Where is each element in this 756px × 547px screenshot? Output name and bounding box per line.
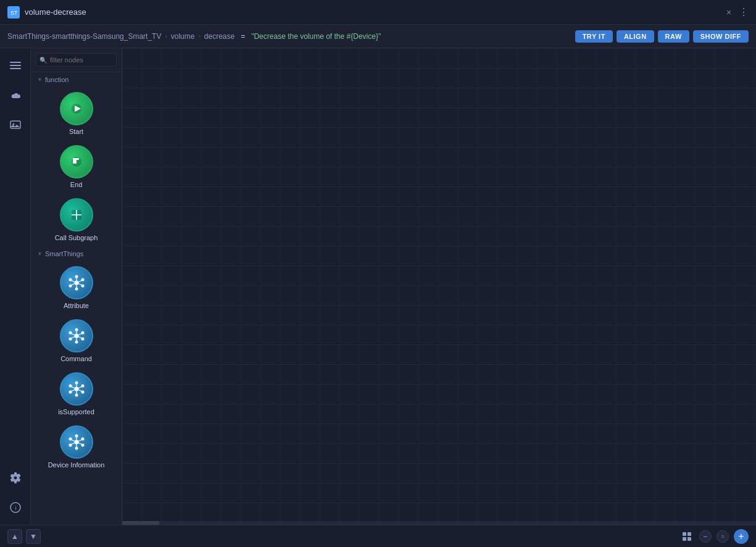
section-arrow-function: ▼: [37, 77, 43, 83]
zoom-reset-button[interactable]: ○: [717, 530, 729, 543]
sidebar-image-button[interactable]: [6, 115, 25, 135]
circle-icon: ○: [721, 533, 725, 540]
search-icon: 🔍: [39, 57, 47, 64]
svg-point-32: [75, 341, 78, 344]
node-circle-issupported: [60, 372, 93, 406]
svg-rect-69: [683, 532, 686, 536]
scroll-down-button[interactable]: ▼: [26, 529, 41, 544]
svg-text:ST: ST: [10, 10, 18, 16]
section-label-smartthings: SmartThings: [45, 250, 83, 257]
add-node-button[interactable]: +: [734, 529, 749, 544]
zoom-out-button[interactable]: −: [699, 530, 712, 543]
node-attribute[interactable]: Attribute: [31, 261, 122, 314]
svg-point-59: [69, 438, 72, 441]
bottom-bar-left: ▲ ▼: [7, 529, 41, 544]
sidebar-settings-button[interactable]: [6, 468, 25, 488]
svg-rect-12: [73, 158, 79, 160]
svg-rect-70: [687, 532, 691, 536]
svg-point-31: [75, 328, 78, 332]
menu-button[interactable]: ⋮: [739, 6, 749, 18]
bottom-bar: ▲ ▼ − ○ +: [0, 525, 756, 547]
node-circle-call-subgraph: [60, 198, 93, 232]
breadcrumb-path-2[interactable]: volume: [171, 32, 195, 41]
svg-point-33: [69, 332, 72, 335]
canvas[interactable]: [122, 48, 756, 525]
bottom-bar-right: − ○ +: [679, 529, 749, 544]
scrollbar-horizontal[interactable]: [122, 521, 756, 525]
svg-rect-72: [687, 537, 691, 541]
sidebar-cloud-button[interactable]: [6, 85, 25, 105]
svg-point-60: [81, 438, 84, 441]
node-label-attribute: Attribute: [64, 302, 89, 309]
breadcrumb-actions: TRY IT ALIGN RAW SHOW DIFF: [575, 30, 749, 43]
node-list: ▼ function Start: [31, 72, 122, 525]
close-button[interactable]: ×: [724, 7, 734, 17]
raw-button[interactable]: RAW: [658, 30, 689, 43]
svg-rect-71: [683, 537, 686, 541]
node-circle-device-information: [60, 425, 93, 459]
scrollbar-thumb[interactable]: [122, 521, 159, 525]
node-circle-command: [60, 319, 93, 353]
node-circle-start: [60, 92, 93, 125]
align-button[interactable]: ALIGN: [617, 30, 654, 43]
breadcrumb-arrow-1: ›: [165, 33, 167, 40]
svg-point-46: [69, 385, 72, 388]
svg-rect-13: [73, 160, 77, 164]
svg-point-18: [75, 275, 78, 278]
node-circle-end: [60, 145, 93, 178]
sidebar-menu-button[interactable]: [6, 56, 25, 75]
down-arrow-icon: ▼: [30, 532, 37, 541]
node-label-command: Command: [60, 355, 92, 362]
svg-point-45: [75, 394, 78, 397]
node-command[interactable]: Command: [31, 314, 122, 367]
svg-rect-2: [10, 62, 21, 63]
title-bar: ST volume-decrease × ⋮: [0, 0, 756, 25]
node-label-end: End: [70, 181, 83, 188]
svg-point-57: [75, 435, 78, 438]
breadcrumb-path-1[interactable]: SmartThings-smartthings-Samsung_Smart_TV: [7, 32, 161, 41]
svg-point-23: [81, 285, 84, 288]
section-label-function: function: [45, 76, 69, 83]
icon-sidebar: i: [0, 48, 31, 525]
node-end[interactable]: End: [31, 140, 122, 193]
svg-rect-3: [10, 65, 21, 66]
breadcrumb-path-3[interactable]: decrease: [204, 32, 235, 41]
minus-icon: −: [703, 532, 707, 541]
breadcrumb-bar: SmartThings-smartthings-Samsung_Smart_TV…: [0, 25, 756, 48]
filter-input-wrap: 🔍: [31, 48, 122, 72]
node-label-call-subgraph: Call Subgraph: [55, 234, 98, 241]
svg-rect-5: [10, 121, 20, 128]
scroll-up-button[interactable]: ▲: [7, 529, 22, 544]
node-label-start: Start: [69, 128, 83, 135]
svg-point-48: [69, 391, 72, 394]
node-start[interactable]: Start: [31, 87, 122, 140]
svg-point-44: [75, 382, 78, 385]
svg-point-47: [81, 385, 84, 388]
node-issupported[interactable]: isSupported: [31, 367, 122, 420]
section-header-smartthings[interactable]: ▼ SmartThings: [31, 246, 122, 261]
section-header-function[interactable]: ▼ function: [31, 72, 122, 87]
node-panel: 🔍 ▼ function Start: [31, 48, 122, 525]
try-it-button[interactable]: TRY IT: [575, 30, 613, 43]
grid-view-button[interactable]: [679, 529, 694, 544]
svg-point-35: [69, 338, 72, 341]
window-title: volume-decrease: [25, 7, 724, 17]
node-device-information[interactable]: Device Information: [31, 420, 122, 474]
app-icon: ST: [7, 6, 20, 19]
svg-point-36: [81, 338, 84, 341]
node-call-subgraph[interactable]: Call Subgraph: [31, 193, 122, 246]
filter-input[interactable]: [36, 53, 117, 67]
svg-point-21: [81, 278, 84, 282]
section-arrow-smartthings: ▼: [37, 251, 43, 257]
breadcrumb-equals: =: [241, 32, 245, 41]
node-circle-attribute: [60, 266, 93, 299]
svg-point-62: [81, 444, 84, 447]
svg-point-20: [69, 278, 72, 282]
svg-rect-4: [10, 68, 21, 69]
sidebar-info-button[interactable]: i: [6, 498, 25, 517]
svg-point-49: [81, 391, 84, 394]
plus-icon: +: [738, 531, 744, 542]
show-diff-button[interactable]: SHOW DIFF: [693, 30, 749, 43]
svg-point-58: [75, 447, 78, 450]
node-label-issupported: isSupported: [58, 408, 94, 415]
